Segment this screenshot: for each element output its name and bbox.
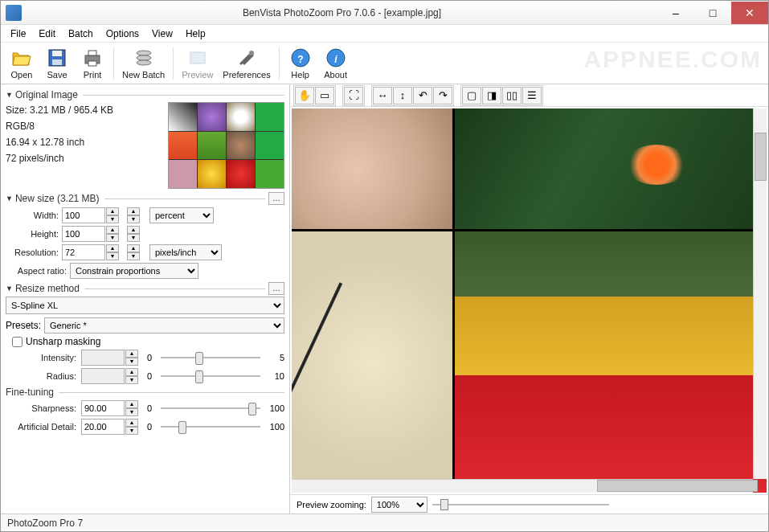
preview-vscroll[interactable] [753, 108, 767, 479]
preview-button[interactable]: Preview [177, 45, 218, 81]
height-link-down[interactable]: ▼ [127, 234, 140, 242]
res-link-up[interactable]: ▲ [127, 244, 140, 252]
menu-bar: File Edit Batch Options View Help [1, 25, 768, 43]
newsize-header[interactable]: New size (3.21 MB)… [6, 192, 284, 205]
height-input[interactable] [62, 226, 105, 242]
res-down[interactable]: ▼ [106, 252, 119, 260]
radius-slider[interactable] [161, 368, 260, 384]
sharpness-input[interactable] [81, 400, 125, 416]
radius-input[interactable] [81, 368, 125, 384]
detail-max: 100 [265, 422, 284, 432]
rotate-cw-icon[interactable]: ↷ [433, 87, 452, 104]
save-label: Save [47, 70, 67, 80]
open-label: Open [11, 70, 33, 80]
preset-select[interactable]: Generic * [44, 317, 284, 334]
detail-slider[interactable] [161, 419, 260, 435]
sharpness-label: Sharpness: [6, 403, 76, 413]
newbatch-label: New Batch [122, 70, 165, 80]
minimize-button[interactable]: – [657, 2, 694, 24]
preferences-label: Preferences [223, 70, 270, 80]
preferences-button[interactable]: Preferences [218, 45, 275, 81]
unsharp-checkbox[interactable] [12, 337, 22, 347]
svg-point-10 [249, 51, 254, 55]
detail-label: Artificial Detail: [6, 422, 76, 432]
menu-help[interactable]: Help [179, 27, 212, 41]
aspect-select[interactable]: Constrain proportions [70, 263, 198, 279]
menu-edit[interactable]: Edit [32, 27, 62, 41]
resize-options-button[interactable]: … [268, 282, 284, 295]
newbatch-button[interactable]: New Batch [117, 45, 170, 81]
menu-batch[interactable]: Batch [62, 27, 100, 41]
preview-icon [186, 47, 209, 69]
close-button[interactable]: ✕ [731, 2, 768, 24]
print-label: Print [84, 70, 102, 80]
help-button[interactable]: ? Help [283, 45, 318, 81]
sharpness-slider[interactable] [161, 400, 260, 416]
preview-canvas[interactable] [292, 108, 767, 493]
size-unit-select[interactable]: percent [149, 207, 214, 223]
hand-tool-icon[interactable]: ✋ [295, 87, 314, 104]
resize-header[interactable]: Resize method… [6, 282, 284, 295]
svg-rect-9 [190, 52, 205, 63]
print-button[interactable]: Print [75, 45, 110, 81]
width-link-up[interactable]: ▲ [127, 207, 140, 215]
preview-label: Preview [182, 70, 213, 80]
width-up[interactable]: ▲ [106, 207, 119, 215]
height-up[interactable]: ▲ [106, 226, 119, 234]
detail-input[interactable] [81, 419, 125, 435]
menu-options[interactable]: Options [100, 27, 145, 41]
radius-max: 10 [265, 371, 284, 381]
preview-hscroll[interactable] [292, 479, 753, 493]
rotate-ccw-icon[interactable]: ↶ [413, 87, 432, 104]
svg-text:?: ? [297, 54, 303, 65]
about-button[interactable]: i About [318, 45, 354, 81]
save-button[interactable]: Save [39, 45, 75, 81]
zoom-label: Preview zooming: [297, 500, 366, 509]
intensity-label: Intensity: [6, 353, 76, 362]
height-down[interactable]: ▼ [106, 234, 119, 242]
crop-tool-icon[interactable]: ⛶ [344, 87, 363, 104]
res-label: Resolution: [6, 248, 59, 257]
thumbnail[interactable] [168, 102, 284, 189]
tools-icon [235, 47, 258, 69]
split-v2-icon[interactable]: ▯▯ [502, 87, 522, 104]
split-single-icon[interactable]: ▢ [462, 87, 481, 104]
res-up[interactable]: ▲ [106, 244, 119, 252]
width-input[interactable] [62, 207, 105, 223]
menu-file[interactable]: File [4, 27, 32, 41]
finetune-header: Fine-tuning [6, 387, 284, 398]
zoom-slider[interactable] [432, 497, 609, 512]
open-button[interactable]: Open [4, 45, 39, 81]
width-down[interactable]: ▼ [106, 215, 119, 223]
maximize-button[interactable]: □ [694, 2, 731, 24]
res-unit-select[interactable]: pixels/inch [149, 244, 222, 260]
intensity-input[interactable] [81, 350, 125, 366]
marquee-tool-icon[interactable]: ▭ [315, 87, 334, 104]
flip-v-icon[interactable]: ↕ [393, 87, 412, 104]
original-header[interactable]: Original Image [6, 89, 284, 100]
newsize-options-button[interactable]: … [268, 192, 284, 205]
zoom-select[interactable]: 100% [371, 497, 427, 513]
res-link-down[interactable]: ▼ [127, 252, 140, 260]
svg-rect-2 [52, 59, 62, 65]
folder-open-icon [10, 47, 33, 69]
intensity-slider[interactable] [161, 350, 260, 366]
presets-label: Presets: [6, 320, 41, 331]
menu-view[interactable]: View [145, 27, 179, 41]
original-dims: 16.94 x 12.78 inch [6, 134, 168, 150]
original-res: 72 pixels/inch [6, 150, 168, 166]
svg-point-7 [137, 55, 151, 60]
res-input[interactable] [62, 244, 105, 260]
radius-min: 0 [143, 371, 156, 381]
height-link-up[interactable]: ▲ [127, 226, 140, 234]
method-select[interactable]: S-Spline XL [6, 297, 284, 314]
width-link-down[interactable]: ▼ [127, 215, 140, 223]
about-label: About [324, 70, 347, 80]
svg-rect-4 [88, 51, 96, 55]
flip-h-icon[interactable]: ↔ [373, 87, 392, 104]
split-stack-icon[interactable]: ☰ [522, 87, 542, 104]
app-icon [6, 5, 22, 21]
split-h-icon[interactable]: ◨ [482, 87, 501, 104]
printer-icon [81, 47, 104, 69]
aspect-label: Aspect ratio: [6, 266, 67, 276]
